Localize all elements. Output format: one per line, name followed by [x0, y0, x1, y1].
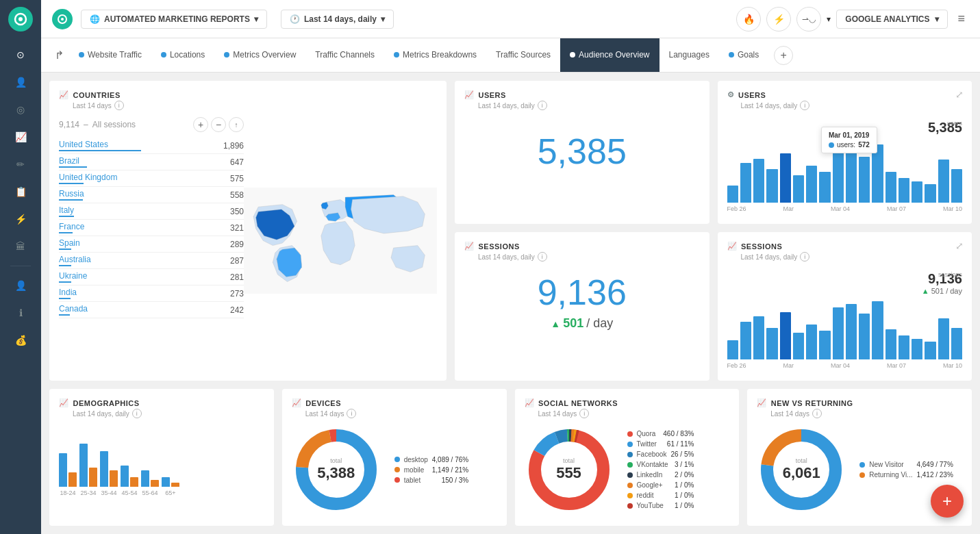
country-name[interactable]: United States	[59, 140, 108, 149]
sidebar-item-globe[interactable]: ◎	[10, 99, 32, 120]
sidebar-item-analytics[interactable]: 📈	[10, 126, 32, 148]
fab-add-button[interactable]: +	[931, 485, 964, 518]
chart-bar[interactable]	[727, 186, 738, 203]
sidebar-item-dashboard[interactable]: ⊙	[10, 44, 32, 66]
chart-bar[interactable]	[819, 331, 830, 359]
chart-bar[interactable]	[833, 307, 844, 359]
chart-bar[interactable]	[951, 328, 962, 359]
chart-bar[interactable]	[780, 312, 791, 359]
chart-bar[interactable]	[938, 318, 949, 359]
country-row[interactable]: Italy 350	[59, 203, 244, 220]
tab-goals[interactable]: Goals	[719, 38, 768, 73]
chart-bar[interactable]	[819, 172, 830, 203]
country-row[interactable]: France 321	[59, 220, 244, 236]
sidebar-item-folder[interactable]: 🏛	[10, 236, 32, 257]
tab-audience-overview[interactable]: Audience Overview	[560, 38, 659, 73]
country-name[interactable]: Italy	[59, 205, 74, 215]
country-row[interactable]: Ukraine 281	[59, 269, 244, 285]
chart-bar[interactable]	[766, 169, 777, 203]
country-name[interactable]: Ukraine	[59, 271, 87, 281]
chart-bar[interactable]	[846, 304, 857, 359]
chart-bar[interactable]	[912, 181, 922, 203]
chart-bar[interactable]	[766, 328, 777, 359]
ga-selector-dropdown[interactable]: GOOGLE ANALYTICS ▾	[836, 10, 948, 29]
info-icon[interactable]: i	[538, 252, 547, 262]
country-name[interactable]: United Kingdom	[59, 173, 117, 182]
country-name[interactable]: India	[59, 288, 77, 297]
tab-metrics-breakdowns[interactable]: Metrics Breakdowns	[384, 38, 486, 73]
sidebar-item-info[interactable]: ℹ	[10, 302, 32, 324]
tab-traffic-sources[interactable]: Traffic Sources	[486, 38, 560, 73]
fire-icon-button[interactable]: 🔥	[736, 7, 761, 31]
country-name[interactable]: France	[59, 222, 84, 231]
add-tab-button[interactable]: +	[774, 46, 793, 65]
info-icon[interactable]: i	[579, 409, 589, 418]
chart-bar[interactable]	[925, 184, 935, 203]
expand-icon-sessions[interactable]: ⤢	[955, 240, 964, 251]
chart-bar[interactable]	[833, 151, 844, 203]
sidebar-item-billing[interactable]: 💰	[10, 329, 32, 351]
chart-bar[interactable]	[806, 166, 817, 203]
bolt-icon-button[interactable]: ⚡	[766, 7, 791, 31]
info-icon[interactable]: i	[800, 101, 809, 110]
sidebar-item-users[interactable]: 👤	[10, 71, 32, 93]
tab-metrics-overview[interactable]: Metrics Overview	[214, 38, 305, 73]
country-row[interactable]: Russia 558	[59, 187, 244, 203]
info-icon[interactable]: i	[347, 409, 356, 418]
tab-locations[interactable]: Locations	[151, 38, 214, 73]
info-icon[interactable]: i	[114, 101, 124, 110]
chart-bar[interactable]	[740, 163, 751, 203]
app-logo[interactable]	[8, 7, 33, 31]
chart-bar[interactable]	[753, 159, 764, 203]
country-row[interactable]: United Kingdom 575	[59, 170, 244, 187]
back-nav-icon[interactable]: ↱	[49, 49, 69, 62]
tab-traffic-channels[interactable]: Traffic Channels	[305, 38, 384, 73]
chart-bar[interactable]	[859, 157, 870, 203]
chart-bar[interactable]	[885, 172, 896, 203]
country-row[interactable]: India 273	[59, 285, 244, 302]
chart-bar[interactable]	[899, 335, 909, 359]
country-name[interactable]: Spain	[59, 238, 80, 248]
sidebar-item-edit[interactable]: ✏	[10, 153, 32, 175]
tab-languages[interactable]: Languages	[659, 38, 719, 73]
country-row[interactable]: Australia 287	[59, 253, 244, 269]
expand-countries-button[interactable]: +	[193, 117, 208, 132]
chart-bar[interactable]	[780, 153, 791, 203]
info-icon[interactable]: i	[132, 409, 142, 418]
chart-bar[interactable]	[846, 147, 857, 203]
info-icon[interactable]: i	[812, 409, 822, 418]
date-range-dropdown[interactable]: 🕐 Last 14 days, daily ▾	[281, 10, 394, 29]
chart-bar[interactable]	[806, 325, 817, 359]
sidebar-item-lightning[interactable]: ⚡	[10, 208, 32, 230]
chart-bar[interactable]	[912, 339, 922, 359]
chart-bar[interactable]	[793, 175, 804, 203]
country-row[interactable]: United States 1,896	[59, 138, 244, 154]
hamburger-menu[interactable]: ≡	[953, 8, 969, 30]
tab-website-traffic[interactable]: Website Traffic	[69, 38, 151, 73]
share-dropdown-arrow[interactable]: ▾	[827, 14, 831, 24]
chart-bar[interactable]	[740, 322, 751, 359]
chart-bar[interactable]	[872, 301, 883, 359]
sort-countries-button[interactable]: ↑	[229, 117, 244, 132]
chart-bar[interactable]	[885, 329, 896, 359]
chart-bar[interactable]	[899, 178, 909, 203]
chart-bar[interactable]	[753, 316, 764, 359]
chart-bar[interactable]	[938, 160, 949, 203]
chart-bar[interactable]	[925, 342, 935, 359]
country-name[interactable]: Australia	[59, 255, 91, 264]
collapse-countries-button[interactable]: −	[211, 117, 226, 132]
country-name[interactable]: Russia	[59, 189, 84, 199]
chart-bar[interactable]	[793, 333, 804, 359]
share-icon-button[interactable]: ⇀◡	[796, 7, 821, 31]
country-row[interactable]: Brazil 647	[59, 154, 244, 170]
country-name[interactable]: Canada	[59, 304, 88, 314]
sidebar-item-list[interactable]: 📋	[10, 181, 32, 203]
expand-icon[interactable]: ⤢	[955, 89, 964, 100]
info-icon[interactable]: i	[800, 252, 809, 262]
chart-bar[interactable]	[727, 340, 738, 359]
sidebar-item-person[interactable]: 👤	[10, 275, 32, 296]
info-icon[interactable]: i	[538, 101, 547, 110]
chart-bar[interactable]	[951, 169, 962, 203]
country-name[interactable]: Brazil	[59, 156, 79, 166]
chart-bar[interactable]	[859, 314, 870, 359]
